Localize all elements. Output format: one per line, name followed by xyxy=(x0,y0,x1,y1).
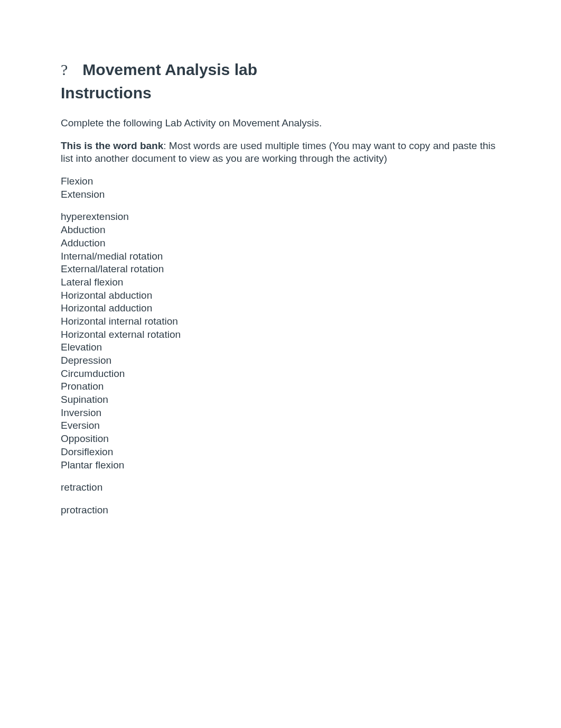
word-bank-item: Opposition xyxy=(61,432,500,446)
word-bank-item: Flexion xyxy=(61,175,500,188)
word-group: hyperextensionAbductionAdductionInternal… xyxy=(61,210,500,472)
word-bank-item: External/lateral rotation xyxy=(61,263,500,276)
word-bank-item: Lateral flexion xyxy=(61,276,500,289)
word-bank-intro: This is the word bank: Most words are us… xyxy=(61,140,500,165)
word-bank-item: hyperextension xyxy=(61,210,500,224)
instructions-heading: Instructions xyxy=(61,84,500,102)
word-bank-item: Horizontal abduction xyxy=(61,289,500,302)
word-bank-item: Circumduction xyxy=(61,367,500,381)
word-bank-item: Eversion xyxy=(61,419,500,432)
word-bank-item: Horizontal external rotation xyxy=(61,328,500,342)
word-bank-item: protraction xyxy=(61,504,500,517)
word-bank-item: Horizontal internal rotation xyxy=(61,315,500,328)
word-group: protraction xyxy=(61,504,500,517)
word-bank-item: Inversion xyxy=(61,407,500,420)
word-group: retraction xyxy=(61,481,500,494)
intro-paragraph: Complete the following Lab Activity on M… xyxy=(61,117,500,130)
word-bank-item: Pronation xyxy=(61,380,500,393)
word-bank-item: retraction xyxy=(61,481,500,494)
word-bank-item: Depression xyxy=(61,354,500,367)
page-title: Movement Analysis lab xyxy=(82,61,257,79)
header-row: ? Movement Analysis lab xyxy=(61,61,500,79)
word-bank-item: Elevation xyxy=(61,341,500,354)
word-bank-item: Dorsiflexion xyxy=(61,446,500,459)
word-bank-item: Internal/medial rotation xyxy=(61,250,500,263)
question-mark-icon: ? xyxy=(61,61,68,79)
word-bank-item: Adduction xyxy=(61,237,500,250)
word-group: FlexionExtension xyxy=(61,175,500,201)
word-bank-item: Horizontal adduction xyxy=(61,302,500,315)
word-bank-intro-bold: This is the word bank xyxy=(61,140,163,151)
word-bank-item: Abduction xyxy=(61,224,500,237)
word-bank-item: Plantar flexion xyxy=(61,459,500,472)
word-bank-item: Supination xyxy=(61,393,500,407)
word-bank-item: Extension xyxy=(61,188,500,201)
word-groups-container: FlexionExtensionhyperextensionAbductionA… xyxy=(61,175,500,517)
